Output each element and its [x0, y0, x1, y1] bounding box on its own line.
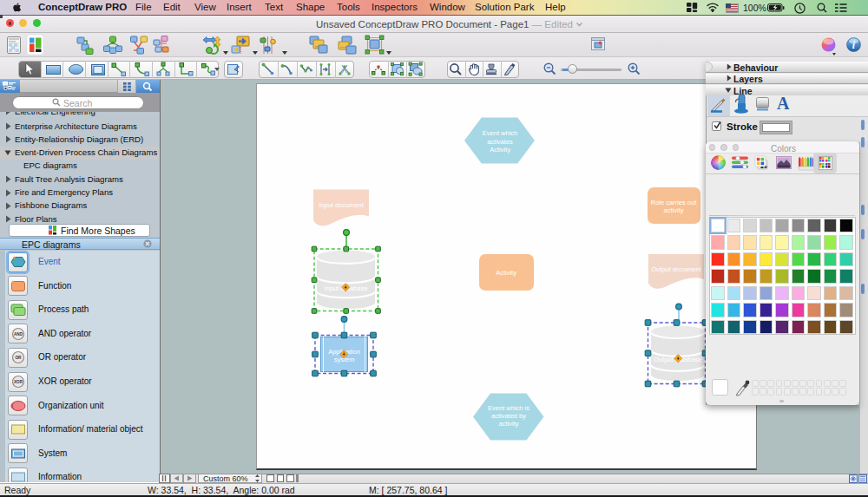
- svg-text:OR: OR: [15, 356, 22, 361]
- svg-text:AND: AND: [14, 332, 23, 337]
- svg-text:XOR: XOR: [14, 380, 23, 384]
